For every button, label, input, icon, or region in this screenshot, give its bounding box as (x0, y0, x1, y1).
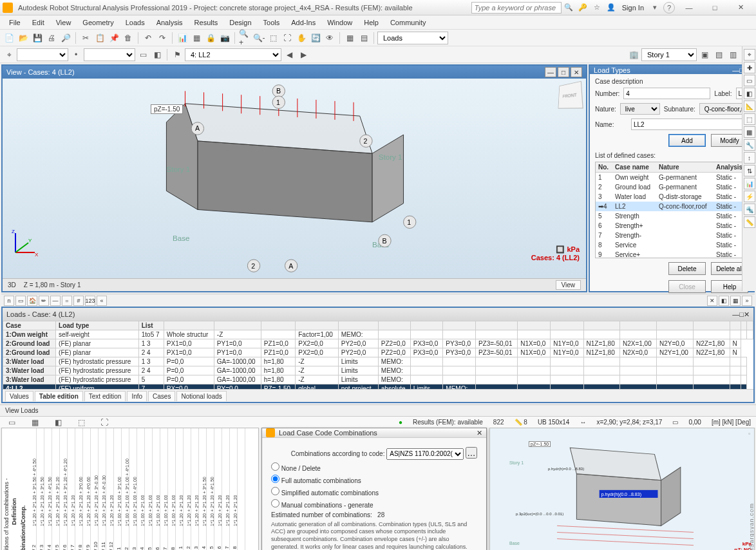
ib3-icon[interactable]: ◧ (52, 416, 64, 429)
star-icon[interactable]: ☆ (591, 2, 603, 14)
screenshot-icon[interactable]: 📷 (218, 32, 231, 44)
number-input[interactable] (623, 88, 710, 99)
menu-help[interactable]: Help (359, 17, 384, 28)
navcube[interactable]: FRONT (558, 81, 583, 109)
zoomfit-icon[interactable]: ⛶ (281, 32, 294, 44)
combo-col[interactable]: Stability/ 21*1.20 + 2*1.20 (191, 428, 199, 550)
opt-none[interactable]: None / Delete (271, 465, 321, 472)
rs7-icon[interactable]: ▦ (744, 126, 755, 138)
rotate-icon[interactable]: 🔄 (309, 32, 322, 44)
menu-view[interactable]: View (51, 17, 77, 28)
case-row[interactable]: ➡4LL2Q-conc-floor,roofStatic - (596, 202, 748, 211)
open-icon[interactable]: 📂 (17, 32, 30, 44)
selobj-icon[interactable]: ◧ (151, 48, 164, 61)
zoomwin-icon[interactable]: ⬚ (267, 32, 279, 44)
rs4-icon[interactable]: ◧ (744, 88, 755, 99)
combo-col[interactable]: Strength/ 61*1.20 + 2*1.20 + 3*1.20 + 4*… (68, 428, 75, 550)
ib5-icon[interactable]: ⛶ (98, 416, 111, 429)
loads-row[interactable]: 3:Water load(FE) hydrostatic pressure5P=… (3, 375, 753, 384)
case-select[interactable]: 4: LL2 (185, 48, 281, 61)
calc-icon[interactable]: 📊 (176, 32, 189, 44)
combo-col[interactable]: Service/ 61*1.00 + 2*1.00 (160, 428, 168, 550)
case-row[interactable]: 2Ground loadG-permanentStatic - (596, 182, 748, 192)
rs12-icon[interactable]: ⚡ (744, 191, 755, 202)
save-icon[interactable]: 💾 (31, 32, 44, 44)
ib4-icon[interactable]: ⬚ (75, 416, 88, 429)
tab-table-edition[interactable]: Table edition (35, 391, 83, 401)
loads-row[interactable]: 4:LL2(FE) uniform7PX=0,0PY=0,0PZ=-1,50gl… (3, 384, 753, 390)
ib1-icon[interactable]: ▭ (5, 416, 18, 429)
dlg-close-icon[interactable]: ✕ (477, 429, 482, 437)
vtr4-icon[interactable]: » (742, 296, 752, 306)
tab-values[interactable]: Values (5, 391, 33, 401)
bar-select[interactable] (17, 48, 68, 61)
grid-icon[interactable]: ▦ (343, 32, 356, 44)
vt5-icon[interactable]: — (50, 296, 61, 306)
rs6-icon[interactable]: ⬚ (744, 113, 755, 125)
preview-icon[interactable]: 🔎 (59, 32, 72, 44)
combo-col[interactable]: Strength/ 111*1.20 + 2*1.20 + 4*-0.30 (106, 428, 114, 550)
user-icon[interactable]: 👤 (605, 2, 617, 14)
paste-icon[interactable]: 📌 (108, 32, 120, 44)
loads-table[interactable]: CaseLoad typeList1:Own weightself-weight… (3, 321, 753, 389)
st3-icon[interactable]: ▥ (726, 48, 739, 61)
combo-col[interactable]: Stability/ 51*1.20 + 2*1.20 + 4*1.50 (214, 428, 222, 550)
delete-icon[interactable]: 🗑 (122, 32, 135, 44)
vt6-icon[interactable]: = (62, 296, 72, 306)
dropdown-icon[interactable]: ▾ (649, 2, 661, 14)
menu-addins[interactable]: Add-Ins (286, 17, 321, 28)
zoomout-icon[interactable]: 🔍- (252, 32, 265, 44)
menu-window[interactable]: Window (322, 17, 357, 28)
layout-select[interactable]: Loads (377, 32, 448, 44)
combo-col[interactable]: Stability/ 11*1.20 + 2*1.20 (184, 428, 191, 550)
menu-analysis[interactable]: Analysis (151, 17, 188, 28)
st1-icon[interactable]: ▣ (698, 48, 711, 61)
view-mode[interactable]: 3D (8, 281, 16, 289)
combo-col[interactable]: Service/ 41*1.00 + 2*1.00 (145, 428, 153, 550)
rs13-icon[interactable]: 🔩 (744, 204, 755, 215)
lg-close-icon[interactable]: ✕ (744, 310, 750, 319)
case-row[interactable]: 1Own weightG-permanentStatic - (596, 173, 748, 183)
vt1-icon[interactable]: n (4, 296, 14, 306)
combo-col[interactable]: Stability/ 81*1.20 + 2*1.20 (238, 428, 245, 550)
vtr1-icon[interactable]: ✕ (707, 296, 717, 306)
vt2-icon[interactable]: ▭ (15, 296, 26, 306)
opt-man[interactable]: Manual combinations - generate (271, 502, 373, 509)
code-select[interactable]: AS|NZS 1170.0:2002(4 (386, 448, 464, 460)
lock-icon[interactable]: 🔒 (204, 32, 217, 44)
ib2-icon[interactable]: ▦ (28, 416, 41, 429)
view-tab[interactable]: View (556, 280, 581, 290)
preview-panel[interactable]: p.hydr(h)(0.0 ..8.83) ▫ kPa pZ: NO Cases… (489, 428, 755, 550)
copy-icon[interactable]: 📋 (93, 32, 106, 44)
case-row[interactable]: 7Strength-Static - (596, 231, 748, 240)
case-row[interactable]: 3Water loadQ-distr-storageStatic - (596, 192, 748, 202)
maximize-button[interactable]: □ (702, 1, 728, 14)
view-close-icon[interactable]: ✕ (571, 67, 582, 77)
lg-max-icon[interactable]: □ (739, 310, 744, 318)
opt-simp[interactable]: Simplified automatic combinations (271, 489, 379, 497)
cut-icon[interactable]: ✂ (79, 32, 92, 44)
rs1-icon[interactable]: ⌖ (744, 49, 755, 61)
combo-col[interactable]: Stability/ 61*1.20 + 2*1.20 (222, 428, 230, 550)
rs2-icon[interactable]: ✚ (744, 62, 755, 73)
minimize-button[interactable]: — (676, 1, 702, 14)
add-button[interactable]: Add (668, 134, 706, 147)
combo-col[interactable]: Service/ 71*1.00 + 2*1.00 (168, 428, 176, 550)
selbar-icon[interactable]: ⌖ (3, 48, 15, 61)
tab-cases[interactable]: Cases (148, 391, 175, 401)
menu-file[interactable]: File (4, 17, 26, 28)
redo-icon[interactable]: ↷ (156, 32, 169, 44)
menu-geometry[interactable]: Geometry (77, 17, 118, 28)
rs9-icon[interactable]: ↕ (744, 152, 755, 164)
delete-button[interactable]: Delete (668, 262, 706, 275)
lg-min-icon[interactable]: — (732, 310, 739, 318)
rs3-icon[interactable]: ▭ (744, 75, 755, 86)
loads-row[interactable]: 3:Water load(FE) hydrostatic pressure2 4… (3, 366, 753, 375)
next-icon[interactable]: ▶ (297, 48, 310, 61)
menu-tools[interactable]: Tools (258, 17, 285, 28)
combinations-table[interactable]: Definitions of load combinations - Defin… (1, 428, 259, 550)
menu-design[interactable]: Design (224, 17, 256, 28)
3d-viewport[interactable]: Base Base Story 1 Story 1 B 1 A 2 2 A B … (3, 79, 586, 278)
rs8-icon[interactable]: 🔧 (744, 139, 755, 151)
code-more-button[interactable]: … (466, 447, 477, 459)
